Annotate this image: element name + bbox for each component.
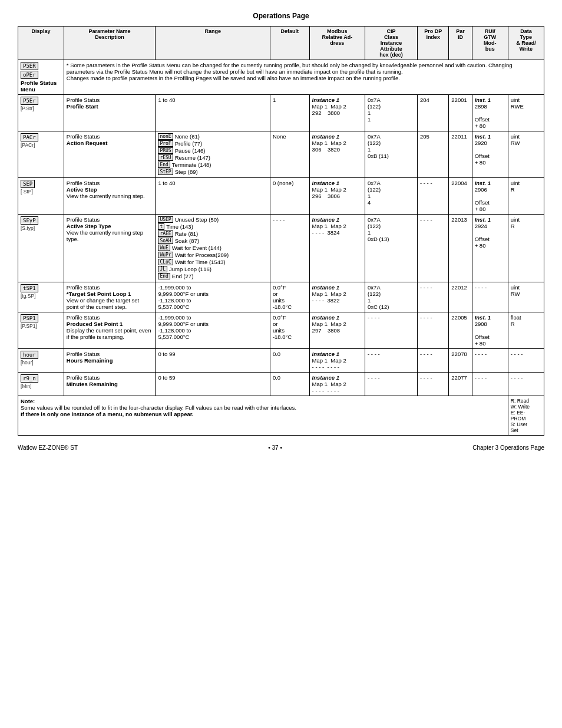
- col-modbus: ModbusRelative Ad-dress: [309, 27, 365, 60]
- table-row-hours: hour [hour] Profile Status Hours Remaini…: [18, 349, 544, 373]
- hour-param-bold: Hours Remaining: [67, 357, 153, 364]
- table-row-minutes: r9_n [Min] Profile Status Minutes Remain…: [18, 373, 544, 396]
- psp1-param-bold: Produced Set Point 1: [67, 321, 153, 327]
- hour-par: 22078: [449, 349, 472, 373]
- pacr-label: [PACr]: [21, 142, 61, 148]
- range-end: End Terminate (148): [158, 162, 267, 168]
- page-container: Operations Page Display Parameter NameDe…: [0, 0, 562, 463]
- hour-default: 0.0: [270, 349, 309, 373]
- note-cell: Note: Some values will be rounded off to…: [18, 396, 508, 436]
- pacr-param: Profile Status Action Request: [64, 131, 156, 178]
- pstr-prodp: 204: [417, 95, 448, 131]
- stp-rui-inst: Inst. 1: [475, 180, 491, 186]
- stp-cip: 0x7A(122)14: [365, 178, 418, 215]
- min-display: r9_n [Min]: [18, 373, 64, 396]
- styp-cip: 0x7A(122)10xD (13): [365, 215, 418, 282]
- psp1-default: 0.0°Forunits-18.0°C: [270, 312, 309, 349]
- table-row-active-step-type: SEyP [S.typ] Profile Status Active Step …: [18, 215, 544, 282]
- stp-rui: Inst. 1 2906Offset+ 80: [472, 178, 508, 215]
- pstr-modbus-inst: Instance 1: [312, 97, 339, 103]
- pstr-data: uintRWE: [508, 95, 544, 131]
- stp-display: SEP [ StP]: [18, 178, 64, 215]
- stp-prodp: - - - -: [417, 178, 448, 215]
- tsp-par: 22012: [449, 282, 472, 312]
- pacr-rui-inst: Inst. 1: [475, 133, 491, 140]
- psp1-prodp: - - - -: [417, 312, 448, 349]
- min-param-name: Profile Status: [67, 374, 153, 381]
- psp1-param-name: Profile Status: [67, 314, 153, 321]
- stp-default: 0 (none): [270, 178, 309, 215]
- stp-data: uintR: [508, 178, 544, 215]
- table-row-psp1: PSP1 [P.SP1] Profile Status Produced Set…: [18, 312, 544, 349]
- pacr-rui: Inst. 1 2920Offset+ 80: [472, 131, 508, 178]
- tsp-param-name: Profile Status: [67, 284, 153, 291]
- psp1-rui-inst: Inst. 1: [475, 314, 491, 321]
- footer-center: • 37 •: [268, 444, 282, 451]
- pstr-rui-inst: Inst. 1: [475, 97, 491, 103]
- note-text: Some values will be rounded off to fit i…: [21, 404, 296, 411]
- pacr-lcd: PACr: [21, 133, 38, 141]
- pstr-display: P5Er [P.Str]: [18, 95, 64, 131]
- hour-display: hour [hour]: [18, 349, 64, 373]
- pacr-param-name: Profile Status: [67, 133, 153, 140]
- min-param: Profile Status Minutes Remaining: [64, 373, 156, 396]
- pstr-lcd: P5Er: [21, 97, 38, 105]
- page-title: Operations Page: [18, 12, 544, 20]
- psp1-rui: Inst. 1 2908Offset+ 80: [472, 312, 508, 349]
- styp-rui-inst: Inst. 1: [475, 216, 491, 223]
- footer-right: Chapter 3 Operations Page: [472, 444, 544, 451]
- range-end-27: End End (27): [158, 273, 267, 279]
- table-row-pser-header: P5ER oPEr Profile Status Menu * Some par…: [18, 60, 544, 95]
- range-soak: SoAH Soak (87): [158, 238, 267, 244]
- pacr-param-bold: Action Request: [67, 140, 153, 146]
- psp1-data: floatR: [508, 312, 544, 349]
- min-rui: - - - -: [472, 373, 508, 396]
- tsp-param-desc: View or change the target set point of t…: [67, 297, 153, 310]
- oper-lcd: oPEr: [21, 71, 38, 79]
- psp1-range: -1,999.000 to9,999.000°F or units-1,128.…: [156, 312, 270, 349]
- col-range: Range: [156, 27, 270, 60]
- col-cip: CIPClassInstanceAttributehex (dec): [365, 27, 418, 60]
- min-param-bold: Minutes Remaining: [67, 381, 153, 387]
- stp-param-name: Profile Status: [67, 180, 153, 186]
- styp-prodp: - - - -: [417, 215, 448, 282]
- pacr-data: uintRW: [508, 131, 544, 178]
- styp-default: - - - -: [270, 215, 309, 282]
- note-right-cell: R: ReadW: WriteE: EE-PROMS: UserSet: [508, 396, 544, 436]
- pacr-prodp: 205: [417, 131, 448, 178]
- pacr-display: PACr [PACr]: [18, 131, 64, 178]
- styp-modbus: Instance 1 Map 1 Map 2 - - - - 3824: [309, 215, 365, 282]
- stp-label: [ StP]: [21, 189, 61, 195]
- psp1-label: [P.SP1]: [21, 323, 61, 329]
- pacr-cip: 0x7A(122)10xB (11): [365, 131, 418, 178]
- warning-text: * Some parameters in the Profile Status …: [67, 62, 513, 81]
- pser-warning-cell: * Some parameters in the Profile Status …: [64, 60, 544, 95]
- table-row-active-step: SEP [ StP] Profile Status Active Step Vi…: [18, 178, 544, 215]
- stp-modbus: Instance 1 Map 1 Map 2 296 3806: [309, 178, 365, 215]
- pacr-modbus-inst: Instance 1: [312, 133, 339, 140]
- pser-menu-label: Profile Status Menu: [21, 80, 61, 93]
- pacr-default: None: [270, 131, 309, 178]
- styp-rui: Inst. 1 2924Offset+ 80: [472, 215, 508, 282]
- pstr-par: 22001: [449, 95, 472, 131]
- note-title: Note:: [21, 398, 35, 404]
- range-wait-time: CLoC Wait for Time (1543): [158, 259, 267, 265]
- hour-modbus-inst: Instance 1: [312, 351, 339, 357]
- hour-lcd: hour: [21, 351, 38, 359]
- psp1-par: 22005: [449, 312, 472, 349]
- min-default: 0.0: [270, 373, 309, 396]
- pstr-range: 1 to 40: [156, 95, 270, 131]
- range-none: nonE None (61): [158, 133, 267, 140]
- col-par: ParID: [449, 27, 472, 60]
- col-data: DataType& Read/Write: [508, 27, 544, 60]
- styp-data: uintR: [508, 215, 544, 282]
- pacr-range: nonE None (61) ProF Profile (77) PRUS Pa…: [156, 131, 270, 178]
- tsp-rui: - - - -: [472, 282, 508, 312]
- col-rui: RUI/GTWMod-bus: [472, 27, 508, 60]
- psp1-display: PSP1 [P.SP1]: [18, 312, 64, 349]
- pstr-param-bold: Profile Start: [67, 103, 153, 110]
- col-prodp: Pro DPIndex: [417, 27, 448, 60]
- tsp-display: tSP1 [tg.SP]: [18, 282, 64, 312]
- note-right-text: R: ReadW: WriteE: EE-PROMS: UserSet: [511, 398, 541, 433]
- tsp-modbus-inst: Instance 1: [312, 284, 339, 291]
